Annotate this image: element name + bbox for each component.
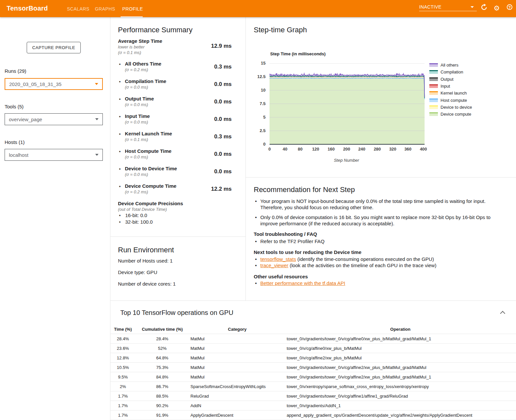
legend-label: Input [441,84,450,89]
app-title: TensorBoard [7,5,48,12]
bullet-dot: • [255,280,257,286]
capture-profile-button[interactable]: CAPTURE PROFILE [27,42,81,53]
tools-select[interactable]: overview_page [5,113,103,125]
bullet-dot: • [255,238,257,244]
cell-cumulative: 91.9% [140,410,185,420]
cell-operation: append_apply_gradient_ops/GradientDescen… [287,410,472,420]
x-axis-tick: 0 [261,147,278,152]
perf-item-value: 12.2 ms [184,186,232,192]
help-icon[interactable]: ? [507,4,512,10]
perf-item-sigma: (σ = 0.0 ms) [125,154,148,159]
perf-item-label: Host Compute Time [125,148,171,154]
cell-operation: tower_0/v/cg/affine0/xw_plus_b/MatMul [287,344,361,353]
cell-cumulative: 28.4% [140,334,185,344]
top-ops-title: Top 10 TensorFlow operations on GPU [120,309,233,317]
perf-item-value: 0.3 ms [184,64,232,70]
table-row: 28.4%28.4%MatMultower_0/v/gradients/towe… [110,334,516,344]
status-select-underline [419,11,477,11]
legend-item: Output [429,76,453,82]
reload-icon[interactable] [480,4,488,12]
y-axis-tick: 12.5 [250,74,266,79]
perf-item-value: 0.0 ms [184,116,232,123]
legend-item: Host compute [429,98,467,103]
legend-item: All others [429,62,458,68]
tfdata-api-link[interactable]: Better performance with the tf.data API [260,280,345,286]
table-row: 10.5%75.3%MatMultower_0/v/gradients/towe… [110,363,516,372]
recommendation-title: Recommendation for Next Step [254,185,355,194]
perf-item-label: Kernel Launch Time [125,131,172,136]
tool-item-tensorflow-stats: • tensorflow_stats (identify the time-co… [260,256,434,262]
cell-operation: tower_0/v/gradients/tower_0/v/cg/affine1… [287,391,408,401]
tab-graphs[interactable]: GRAPHS [95,0,115,17]
cell-category: ApplyGradientDescent [190,410,233,420]
tab-scalars[interactable]: SCALARS [67,0,89,17]
y-axis-tick: 0 [250,142,266,147]
next-tools-title: Next tools to use for reducing the Devic… [254,249,361,255]
legend-label: Compilation [441,70,463,74]
cell-operation: tower_0/v/gradients/tower_0/v/cg/affine0… [287,334,431,344]
col-header-operation: Operation [290,324,511,334]
status-select-value[interactable]: INACTIVE [419,4,442,10]
perf-item-sigma: (σ = 0.2 ms) [125,189,148,194]
legend-item: Device compute [429,111,471,117]
step-time-chart [270,63,427,145]
cell-operation: tower_0/v/gradients/tower_0/v/cg/affine2… [287,372,431,382]
graph-divider [246,177,516,178]
cell-time: 10.5% [110,363,135,372]
legend-swatch-icon [429,91,438,95]
recommendation-bullet-1: • Your program is NOT input-bound becaus… [260,198,506,210]
settings-gear-icon[interactable]: ⚙ [494,4,500,12]
cell-cumulative: 88.5% [140,391,185,401]
cell-cumulative: 86.7% [140,382,185,391]
cell-category: ReluGrad [190,391,209,401]
bullet-dot: • [119,131,121,137]
perf-item-sigma: (σ = 0.0 ms) [125,102,148,107]
tools-label: Tools (5) [5,104,24,109]
perf-item-value: 0.3 ms [184,133,232,140]
legend-label: Device to device [441,105,472,110]
x-axis-tick: 240 [354,147,370,152]
hosts-select-value: localhost [9,152,28,158]
x-axis-tick: 200 [338,147,355,152]
table-row: 2%86.7%SparseSoftmaxCrossEntropyWithLogi… [110,382,516,391]
active-tab-underline [121,16,143,17]
cell-time: 12.8% [110,353,135,363]
y-axis-tick: 2.5 [250,128,266,133]
trace-viewer-link[interactable]: trace_viewer [260,263,288,268]
collapse-chevron-up-icon[interactable] [500,311,505,316]
legend-swatch-icon [429,98,438,102]
x-axis-tick: 320 [385,147,401,152]
cell-cumulative: 90.2% [140,401,185,410]
table-row: 1.7%88.5%ReluGradtower_0/v/gradients/tow… [110,391,516,401]
hosts-label: Hosts (1) [5,139,25,145]
precisions-note: (out of Total Device Time) [118,207,167,212]
chevron-down-icon[interactable] [471,6,474,8]
precision-32bit: 32-bit: 100.0 [125,219,153,225]
app-toolbar: TensorBoard SCALARS GRAPHS PROFILE INACT… [0,0,516,17]
cell-category: MatMul [190,353,205,363]
bullet-dot: • [119,114,121,119]
x-axis-tick: 80 [292,147,308,152]
avg-step-time-sigma: (σ = 0.1 ms) [118,50,141,55]
tools-select-value: overview_page [9,117,42,122]
perf-item-label: Device to Device Time [125,166,177,171]
cell-category: MatMul [190,363,205,372]
runs-select[interactable]: 2020_03_05_18_31_35 [5,78,103,90]
chart-xlabel: Step Number [270,158,423,163]
perf-item-value: 0.0 ms [184,98,232,105]
cell-operation: tower_0/v/gradients/tower_0/v/cg/affine2… [287,363,426,372]
tab-profile[interactable]: PROFILE [122,0,143,17]
perf-item-label: Device Compute Time [125,183,176,189]
x-axis-tick: 400 [415,147,432,152]
x-axis-tick: 40 [277,147,293,152]
hosts-select[interactable]: localhost [5,149,103,161]
cell-time: 23.6% [110,344,135,353]
cell-time: 2% [110,382,135,391]
legend-swatch-icon [429,63,438,67]
bullet-dot: • [119,183,121,189]
tensorflow-stats-link[interactable]: tensorflow_stats [260,256,296,262]
table-header-row: Time (%) Cumulative time (%) Category Op… [110,324,516,334]
bullet-dot: • [119,212,121,218]
bullet-dot: • [255,214,257,220]
cell-time: 1.7% [110,391,135,401]
